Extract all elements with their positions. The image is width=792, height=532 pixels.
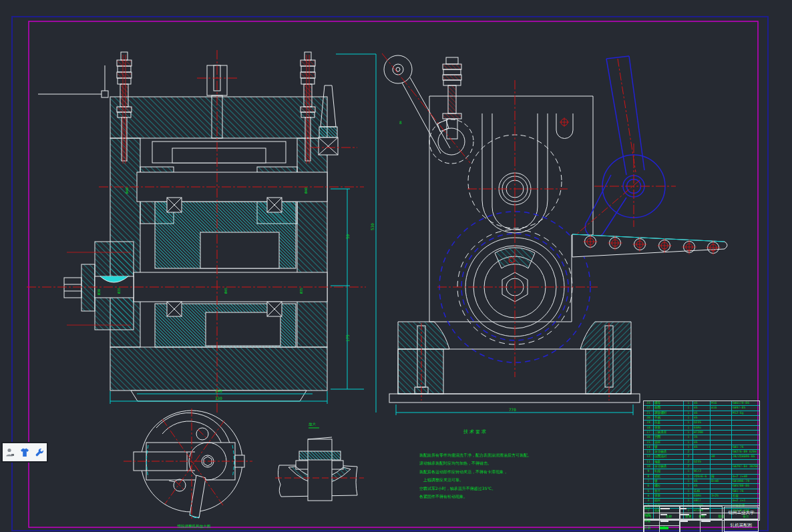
- table-cell: 40: [710, 455, 731, 459]
- table-cell: GB97-85: [731, 406, 759, 410]
- table-cell: 1: [683, 475, 692, 479]
- table-cell: [731, 416, 759, 420]
- table-cell: 19: [644, 421, 653, 425]
- table-cell: 14: [644, 445, 653, 449]
- table-cell: 18: [644, 426, 653, 430]
- floating-toolbar: [1, 442, 48, 463]
- shirt-icon[interactable]: [19, 447, 30, 458]
- table-row: 20手柄145: [644, 415, 759, 420]
- table-row: 18弹簧165Mn: [644, 425, 759, 430]
- table-cell: 11: [644, 460, 653, 464]
- table-cell: 1: [683, 406, 692, 410]
- table-cell: GB276-89 6204: [731, 450, 759, 454]
- table-cell: 上轴承座: [653, 431, 683, 435]
- table-cell: 垫圈: [653, 406, 683, 410]
- table-cell: 1: [683, 435, 692, 439]
- table-cell: 1: [683, 431, 692, 435]
- table-cell: 石棉: [692, 489, 710, 493]
- table-cell: 1: [683, 416, 692, 420]
- table-cell: 45: [692, 401, 710, 405]
- table-row: 15油杯145: [644, 440, 759, 445]
- detail-view-idler: [124, 409, 252, 521]
- table-cell: 21: [644, 411, 653, 415]
- table-cell: 45: [692, 416, 710, 420]
- table-row: 22垫圈145A16GB97-85: [644, 405, 759, 410]
- table-cell: HT200: [692, 431, 710, 435]
- table-cell: 65Mn: [692, 426, 710, 430]
- table-cell: [731, 441, 759, 445]
- cad-canvas[interactable]: 240 330 50 175 530 Ø40 Ø40 Ø30 Ø35 Ø45 Ø…: [0, 0, 792, 532]
- table-cell: [710, 445, 731, 449]
- dim-330: 330: [215, 396, 222, 401]
- table-cell: 1: [683, 401, 692, 405]
- table-cell: [731, 460, 759, 464]
- svg-text:Ø40: Ø40: [125, 188, 129, 194]
- table-cell: [710, 460, 731, 464]
- table-cell: 端盖: [653, 460, 683, 464]
- table-cell: 鑄: [710, 475, 731, 479]
- table-cell: 右旋: [731, 494, 759, 498]
- table-cell: 1: [683, 479, 692, 483]
- table-cell: [731, 426, 759, 430]
- table-cell: [710, 421, 731, 425]
- table-cell: 4: [644, 494, 653, 498]
- table-cell: 2: [683, 455, 692, 459]
- table-cell: 弹簧: [653, 426, 683, 430]
- table-cell: 8×40: [710, 479, 731, 483]
- person-icon[interactable]: [5, 447, 15, 458]
- table-cell: 45: [692, 441, 710, 445]
- table-cell: 12: [644, 455, 653, 459]
- table-cell: 3: [644, 499, 653, 503]
- table-row: 7键1458×40GB1096-79: [644, 479, 759, 483]
- table-cell: 滚动轴承: [653, 465, 683, 469]
- table-cell: 45: [692, 406, 710, 410]
- svg-text:Ø45: Ø45: [224, 288, 228, 294]
- table-cell: 8: [644, 475, 653, 479]
- table-row: 4弹簧165Mn3×25右旋: [644, 493, 759, 498]
- table-row: 17上轴承座1HT200: [644, 430, 759, 435]
- table-cell: 螺栓: [653, 484, 683, 488]
- table-cell: 1: [683, 484, 692, 488]
- table-cell: M16: [710, 401, 731, 405]
- table-cell: 13: [644, 450, 653, 454]
- table-cell: [710, 489, 731, 493]
- table-row: 6螺栓145GB5780-86: [644, 483, 759, 488]
- table-cell: [710, 484, 731, 488]
- table-cell: 1: [683, 499, 692, 503]
- dim-530: 530: [370, 223, 375, 230]
- tech-line: 装配前所有零件均需清洗干净，配合表面涂润滑油后方可装配。: [419, 451, 532, 460]
- table-cell: 1: [683, 411, 692, 415]
- table-cell: 蜗杆: [653, 499, 683, 503]
- table-cell: 16: [644, 435, 653, 439]
- dim-240: 240: [215, 388, 222, 393]
- table-cell: [710, 416, 731, 420]
- tech-line: 上辊调整应灵活可靠。: [419, 476, 532, 485]
- table-row: 5垫片1石棉GB1-76: [644, 489, 759, 493]
- table-cell: 挡圈: [653, 435, 683, 439]
- table-cell: [710, 431, 731, 435]
- table-cell: 手柄: [653, 416, 683, 420]
- table-cell: 20: [644, 416, 653, 420]
- detail-center-caption: 放大: [309, 422, 316, 427]
- table-cell: m=2 z=40: [731, 475, 759, 479]
- table-cell: 压盖: [653, 421, 683, 425]
- tech-line: 滚动轴承装配时应均匀加热，不得锤击。: [419, 459, 532, 468]
- wrench-icon[interactable]: [34, 447, 45, 458]
- table-cell: [731, 421, 759, 425]
- table-cell: 键: [653, 445, 683, 449]
- table-cell: 65Mn: [692, 494, 710, 498]
- table-cell: Q235: [692, 421, 710, 425]
- svg-text:Ø40: Ø40: [304, 188, 308, 194]
- svg-text:Ø30: Ø30: [97, 289, 101, 295]
- dim-50: 50: [345, 234, 350, 239]
- table-cell: 1: [683, 469, 692, 473]
- table-cell: 3×25: [710, 494, 731, 498]
- table-cell: [710, 435, 731, 439]
- table-cell: [692, 465, 710, 469]
- table-cell: GB1-76: [731, 445, 759, 449]
- table-cell: GB5780-86: [731, 484, 759, 488]
- table-cell: 1: [683, 489, 692, 493]
- table-cell: 1: [683, 426, 692, 430]
- table-cell: [710, 469, 731, 473]
- table-cell: [710, 499, 731, 503]
